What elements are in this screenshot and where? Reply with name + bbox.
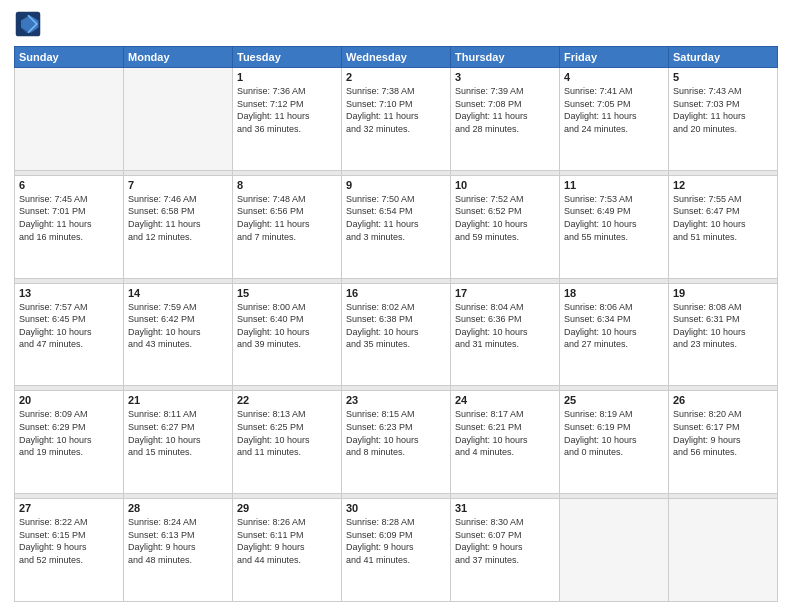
day-number: 25 [564,394,664,406]
day-info: Sunrise: 8:24 AM Sunset: 6:13 PM Dayligh… [128,516,228,566]
calendar-cell: 19Sunrise: 8:08 AM Sunset: 6:31 PM Dayli… [669,283,778,386]
calendar: SundayMondayTuesdayWednesdayThursdayFrid… [14,46,778,602]
day-info: Sunrise: 8:08 AM Sunset: 6:31 PM Dayligh… [673,301,773,351]
calendar-cell: 10Sunrise: 7:52 AM Sunset: 6:52 PM Dayli… [451,175,560,278]
day-info: Sunrise: 7:57 AM Sunset: 6:45 PM Dayligh… [19,301,119,351]
header [14,10,778,38]
day-number: 4 [564,71,664,83]
page: SundayMondayTuesdayWednesdayThursdayFrid… [0,0,792,612]
day-info: Sunrise: 7:41 AM Sunset: 7:05 PM Dayligh… [564,85,664,135]
day-info: Sunrise: 8:19 AM Sunset: 6:19 PM Dayligh… [564,408,664,458]
day-info: Sunrise: 8:13 AM Sunset: 6:25 PM Dayligh… [237,408,337,458]
day-number: 17 [455,287,555,299]
day-number: 13 [19,287,119,299]
day-number: 12 [673,179,773,191]
weekday-header-friday: Friday [560,47,669,68]
calendar-cell: 29Sunrise: 8:26 AM Sunset: 6:11 PM Dayli… [233,499,342,602]
calendar-cell [560,499,669,602]
day-info: Sunrise: 8:06 AM Sunset: 6:34 PM Dayligh… [564,301,664,351]
calendar-cell: 15Sunrise: 8:00 AM Sunset: 6:40 PM Dayli… [233,283,342,386]
day-number: 24 [455,394,555,406]
day-number: 16 [346,287,446,299]
calendar-cell: 23Sunrise: 8:15 AM Sunset: 6:23 PM Dayli… [342,391,451,494]
day-info: Sunrise: 7:50 AM Sunset: 6:54 PM Dayligh… [346,193,446,243]
day-info: Sunrise: 8:11 AM Sunset: 6:27 PM Dayligh… [128,408,228,458]
weekday-header-tuesday: Tuesday [233,47,342,68]
day-info: Sunrise: 7:45 AM Sunset: 7:01 PM Dayligh… [19,193,119,243]
day-number: 27 [19,502,119,514]
day-info: Sunrise: 8:17 AM Sunset: 6:21 PM Dayligh… [455,408,555,458]
calendar-cell: 9Sunrise: 7:50 AM Sunset: 6:54 PM Daylig… [342,175,451,278]
calendar-cell: 26Sunrise: 8:20 AM Sunset: 6:17 PM Dayli… [669,391,778,494]
weekday-header-thursday: Thursday [451,47,560,68]
calendar-cell: 8Sunrise: 7:48 AM Sunset: 6:56 PM Daylig… [233,175,342,278]
day-info: Sunrise: 8:02 AM Sunset: 6:38 PM Dayligh… [346,301,446,351]
day-info: Sunrise: 8:22 AM Sunset: 6:15 PM Dayligh… [19,516,119,566]
day-number: 9 [346,179,446,191]
calendar-cell: 28Sunrise: 8:24 AM Sunset: 6:13 PM Dayli… [124,499,233,602]
calendar-cell [124,68,233,171]
day-number: 6 [19,179,119,191]
day-info: Sunrise: 7:55 AM Sunset: 6:47 PM Dayligh… [673,193,773,243]
calendar-cell: 17Sunrise: 8:04 AM Sunset: 6:36 PM Dayli… [451,283,560,386]
day-number: 18 [564,287,664,299]
day-number: 23 [346,394,446,406]
calendar-cell: 24Sunrise: 8:17 AM Sunset: 6:21 PM Dayli… [451,391,560,494]
day-info: Sunrise: 7:43 AM Sunset: 7:03 PM Dayligh… [673,85,773,135]
day-number: 20 [19,394,119,406]
calendar-cell: 20Sunrise: 8:09 AM Sunset: 6:29 PM Dayli… [15,391,124,494]
day-info: Sunrise: 8:20 AM Sunset: 6:17 PM Dayligh… [673,408,773,458]
day-number: 10 [455,179,555,191]
weekday-header-wednesday: Wednesday [342,47,451,68]
day-number: 5 [673,71,773,83]
week-row-2: 6Sunrise: 7:45 AM Sunset: 7:01 PM Daylig… [15,175,778,278]
calendar-cell: 4Sunrise: 7:41 AM Sunset: 7:05 PM Daylig… [560,68,669,171]
calendar-cell: 18Sunrise: 8:06 AM Sunset: 6:34 PM Dayli… [560,283,669,386]
calendar-cell: 11Sunrise: 7:53 AM Sunset: 6:49 PM Dayli… [560,175,669,278]
day-info: Sunrise: 8:04 AM Sunset: 6:36 PM Dayligh… [455,301,555,351]
calendar-cell: 1Sunrise: 7:36 AM Sunset: 7:12 PM Daylig… [233,68,342,171]
day-info: Sunrise: 7:53 AM Sunset: 6:49 PM Dayligh… [564,193,664,243]
logo [14,10,46,38]
day-number: 3 [455,71,555,83]
day-info: Sunrise: 8:15 AM Sunset: 6:23 PM Dayligh… [346,408,446,458]
day-info: Sunrise: 8:30 AM Sunset: 6:07 PM Dayligh… [455,516,555,566]
calendar-cell: 21Sunrise: 8:11 AM Sunset: 6:27 PM Dayli… [124,391,233,494]
week-row-1: 1Sunrise: 7:36 AM Sunset: 7:12 PM Daylig… [15,68,778,171]
calendar-cell: 5Sunrise: 7:43 AM Sunset: 7:03 PM Daylig… [669,68,778,171]
day-info: Sunrise: 7:39 AM Sunset: 7:08 PM Dayligh… [455,85,555,135]
day-info: Sunrise: 7:48 AM Sunset: 6:56 PM Dayligh… [237,193,337,243]
calendar-cell: 12Sunrise: 7:55 AM Sunset: 6:47 PM Dayli… [669,175,778,278]
day-number: 26 [673,394,773,406]
calendar-cell: 13Sunrise: 7:57 AM Sunset: 6:45 PM Dayli… [15,283,124,386]
calendar-cell: 16Sunrise: 8:02 AM Sunset: 6:38 PM Dayli… [342,283,451,386]
day-number: 21 [128,394,228,406]
day-number: 15 [237,287,337,299]
day-info: Sunrise: 7:36 AM Sunset: 7:12 PM Dayligh… [237,85,337,135]
calendar-cell: 22Sunrise: 8:13 AM Sunset: 6:25 PM Dayli… [233,391,342,494]
day-number: 1 [237,71,337,83]
day-info: Sunrise: 8:28 AM Sunset: 6:09 PM Dayligh… [346,516,446,566]
day-number: 19 [673,287,773,299]
calendar-cell: 27Sunrise: 8:22 AM Sunset: 6:15 PM Dayli… [15,499,124,602]
day-info: Sunrise: 7:52 AM Sunset: 6:52 PM Dayligh… [455,193,555,243]
weekday-header-sunday: Sunday [15,47,124,68]
day-info: Sunrise: 8:26 AM Sunset: 6:11 PM Dayligh… [237,516,337,566]
day-info: Sunrise: 7:38 AM Sunset: 7:10 PM Dayligh… [346,85,446,135]
day-number: 8 [237,179,337,191]
day-info: Sunrise: 8:00 AM Sunset: 6:40 PM Dayligh… [237,301,337,351]
logo-icon [14,10,42,38]
day-number: 22 [237,394,337,406]
day-number: 14 [128,287,228,299]
calendar-cell: 14Sunrise: 7:59 AM Sunset: 6:42 PM Dayli… [124,283,233,386]
day-number: 31 [455,502,555,514]
calendar-cell: 3Sunrise: 7:39 AM Sunset: 7:08 PM Daylig… [451,68,560,171]
weekday-header-saturday: Saturday [669,47,778,68]
week-row-5: 27Sunrise: 8:22 AM Sunset: 6:15 PM Dayli… [15,499,778,602]
day-number: 2 [346,71,446,83]
week-row-3: 13Sunrise: 7:57 AM Sunset: 6:45 PM Dayli… [15,283,778,386]
weekday-header-monday: Monday [124,47,233,68]
week-row-4: 20Sunrise: 8:09 AM Sunset: 6:29 PM Dayli… [15,391,778,494]
calendar-cell: 7Sunrise: 7:46 AM Sunset: 6:58 PM Daylig… [124,175,233,278]
calendar-cell: 31Sunrise: 8:30 AM Sunset: 6:07 PM Dayli… [451,499,560,602]
